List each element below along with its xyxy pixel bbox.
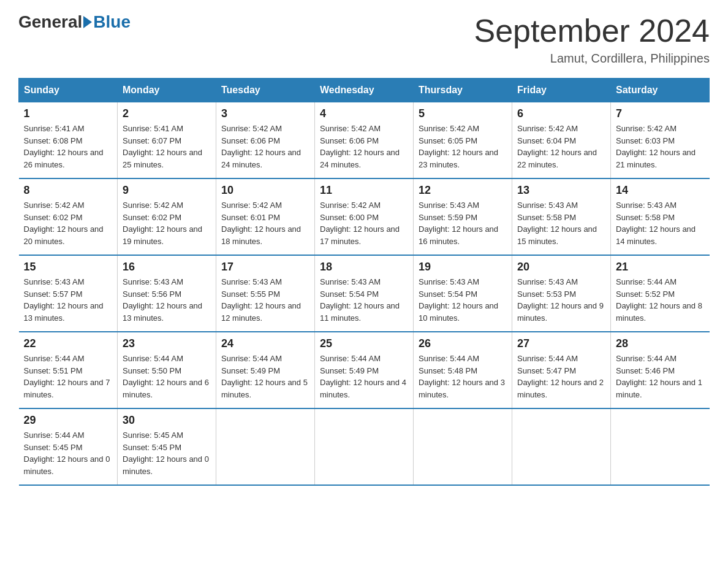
- calendar-cell: [512, 408, 611, 485]
- calendar-cell: 27 Sunrise: 5:44 AMSunset: 5:47 PMDaylig…: [512, 332, 611, 408]
- calendar-cell: [414, 408, 512, 485]
- logo: GeneralBlue: [18, 12, 131, 32]
- day-number: 11: [320, 184, 408, 197]
- calendar-cell: 8 Sunrise: 5:42 AMSunset: 6:02 PMDayligh…: [19, 178, 118, 255]
- logo-blue-text: Blue: [93, 12, 131, 32]
- day-info: Sunrise: 5:44 AMSunset: 5:49 PMDaylight:…: [320, 353, 408, 400]
- day-info: Sunrise: 5:43 AMSunset: 5:59 PMDaylight:…: [419, 199, 507, 247]
- calendar-cell: 28 Sunrise: 5:44 AMSunset: 5:46 PMDaylig…: [611, 332, 710, 408]
- week-row-1: 1 Sunrise: 5:41 AMSunset: 6:08 PMDayligh…: [19, 102, 710, 179]
- calendar-cell: 26 Sunrise: 5:44 AMSunset: 5:48 PMDaylig…: [414, 332, 512, 408]
- day-number: 15: [24, 261, 113, 274]
- day-number: 2: [123, 107, 211, 120]
- week-row-5: 29 Sunrise: 5:44 AMSunset: 5:45 PMDaylig…: [19, 408, 710, 485]
- day-info: Sunrise: 5:42 AMSunset: 6:04 PMDaylight:…: [517, 123, 605, 170]
- day-info: Sunrise: 5:44 AMSunset: 5:47 PMDaylight:…: [517, 353, 605, 400]
- calendar-cell: 2 Sunrise: 5:41 AMSunset: 6:07 PMDayligh…: [118, 102, 216, 179]
- calendar-cell: 17 Sunrise: 5:43 AMSunset: 5:55 PMDaylig…: [216, 255, 315, 332]
- header-saturday: Saturday: [611, 79, 710, 102]
- day-info: Sunrise: 5:42 AMSunset: 6:00 PMDaylight:…: [320, 199, 408, 247]
- day-number: 30: [123, 414, 211, 427]
- day-info: Sunrise: 5:41 AMSunset: 6:08 PMDaylight:…: [24, 123, 113, 170]
- day-info: Sunrise: 5:44 AMSunset: 5:49 PMDaylight:…: [221, 353, 309, 400]
- day-number: 18: [320, 261, 408, 274]
- day-number: 12: [419, 184, 507, 197]
- calendar-cell: 18 Sunrise: 5:43 AMSunset: 5:54 PMDaylig…: [315, 255, 414, 332]
- calendar-cell: 29 Sunrise: 5:44 AMSunset: 5:45 PMDaylig…: [19, 408, 118, 485]
- day-info: Sunrise: 5:42 AMSunset: 6:03 PMDaylight:…: [616, 123, 705, 170]
- title-section: September 2024 Lamut, Cordillera, Philip…: [474, 12, 710, 66]
- calendar-cell: 10 Sunrise: 5:42 AMSunset: 6:01 PMDaylig…: [216, 178, 315, 255]
- calendar-cell: 1 Sunrise: 5:41 AMSunset: 6:08 PMDayligh…: [19, 102, 118, 179]
- day-info: Sunrise: 5:42 AMSunset: 6:01 PMDaylight:…: [221, 199, 309, 247]
- day-info: Sunrise: 5:45 AMSunset: 5:45 PMDaylight:…: [123, 429, 211, 477]
- day-info: Sunrise: 5:43 AMSunset: 5:55 PMDaylight:…: [221, 276, 309, 324]
- day-number: 1: [24, 107, 113, 120]
- day-info: Sunrise: 5:43 AMSunset: 5:58 PMDaylight:…: [517, 199, 605, 247]
- day-number: 7: [616, 107, 705, 120]
- calendar-cell: 30 Sunrise: 5:45 AMSunset: 5:45 PMDaylig…: [118, 408, 216, 485]
- location: Lamut, Cordillera, Philippines: [474, 52, 710, 66]
- calendar-cell: 13 Sunrise: 5:43 AMSunset: 5:58 PMDaylig…: [512, 178, 611, 255]
- week-row-3: 15 Sunrise: 5:43 AMSunset: 5:57 PMDaylig…: [19, 255, 710, 332]
- logo-arrow-icon: [83, 16, 92, 28]
- header-friday: Friday: [512, 79, 611, 102]
- month-title: September 2024: [474, 12, 710, 49]
- calendar-cell: 6 Sunrise: 5:42 AMSunset: 6:04 PMDayligh…: [512, 102, 611, 179]
- day-number: 19: [419, 261, 507, 274]
- header-monday: Monday: [118, 79, 216, 102]
- day-info: Sunrise: 5:43 AMSunset: 5:54 PMDaylight:…: [419, 276, 507, 324]
- week-row-2: 8 Sunrise: 5:42 AMSunset: 6:02 PMDayligh…: [19, 178, 710, 255]
- day-number: 24: [221, 337, 309, 350]
- day-number: 29: [24, 414, 113, 427]
- day-number: 3: [221, 107, 309, 120]
- calendar-cell: 25 Sunrise: 5:44 AMSunset: 5:49 PMDaylig…: [315, 332, 414, 408]
- day-info: Sunrise: 5:43 AMSunset: 5:53 PMDaylight:…: [517, 276, 605, 324]
- calendar-cell: 19 Sunrise: 5:43 AMSunset: 5:54 PMDaylig…: [414, 255, 512, 332]
- day-number: 9: [123, 184, 211, 197]
- page-header: GeneralBlue September 2024 Lamut, Cordil…: [18, 12, 710, 66]
- day-number: 16: [123, 261, 211, 274]
- header-tuesday: Tuesday: [216, 79, 315, 102]
- day-info: Sunrise: 5:42 AMSunset: 6:05 PMDaylight:…: [419, 123, 507, 170]
- day-info: Sunrise: 5:43 AMSunset: 5:56 PMDaylight:…: [123, 276, 211, 324]
- calendar-cell: 15 Sunrise: 5:43 AMSunset: 5:57 PMDaylig…: [19, 255, 118, 332]
- calendar-table: Sunday Monday Tuesday Wednesday Thursday…: [18, 78, 710, 486]
- calendar-cell: 12 Sunrise: 5:43 AMSunset: 5:59 PMDaylig…: [414, 178, 512, 255]
- day-number: 4: [320, 107, 408, 120]
- day-number: 26: [419, 337, 507, 350]
- calendar-cell: [315, 408, 414, 485]
- day-number: 8: [24, 184, 113, 197]
- calendar-cell: 3 Sunrise: 5:42 AMSunset: 6:06 PMDayligh…: [216, 102, 315, 179]
- day-info: Sunrise: 5:42 AMSunset: 6:06 PMDaylight:…: [221, 123, 309, 170]
- header-row: Sunday Monday Tuesday Wednesday Thursday…: [19, 79, 710, 102]
- calendar-cell: 24 Sunrise: 5:44 AMSunset: 5:49 PMDaylig…: [216, 332, 315, 408]
- day-number: 14: [616, 184, 705, 197]
- day-number: 5: [419, 107, 507, 120]
- calendar-cell: 4 Sunrise: 5:42 AMSunset: 6:06 PMDayligh…: [315, 102, 414, 179]
- calendar-cell: 16 Sunrise: 5:43 AMSunset: 5:56 PMDaylig…: [118, 255, 216, 332]
- day-info: Sunrise: 5:44 AMSunset: 5:52 PMDaylight:…: [616, 276, 705, 324]
- calendar-cell: [216, 408, 315, 485]
- day-number: 28: [616, 337, 705, 350]
- calendar-cell: [611, 408, 710, 485]
- calendar-cell: 9 Sunrise: 5:42 AMSunset: 6:02 PMDayligh…: [118, 178, 216, 255]
- header-thursday: Thursday: [414, 79, 512, 102]
- day-info: Sunrise: 5:43 AMSunset: 5:58 PMDaylight:…: [616, 199, 705, 247]
- calendar-cell: 22 Sunrise: 5:44 AMSunset: 5:51 PMDaylig…: [19, 332, 118, 408]
- day-number: 17: [221, 261, 309, 274]
- calendar-cell: 20 Sunrise: 5:43 AMSunset: 5:53 PMDaylig…: [512, 255, 611, 332]
- day-info: Sunrise: 5:43 AMSunset: 5:57 PMDaylight:…: [24, 276, 113, 324]
- day-number: 27: [517, 337, 605, 350]
- week-row-4: 22 Sunrise: 5:44 AMSunset: 5:51 PMDaylig…: [19, 332, 710, 408]
- day-number: 6: [517, 107, 605, 120]
- day-info: Sunrise: 5:44 AMSunset: 5:51 PMDaylight:…: [24, 353, 113, 400]
- day-info: Sunrise: 5:43 AMSunset: 5:54 PMDaylight:…: [320, 276, 408, 324]
- day-info: Sunrise: 5:44 AMSunset: 5:48 PMDaylight:…: [419, 353, 507, 400]
- calendar-cell: 7 Sunrise: 5:42 AMSunset: 6:03 PMDayligh…: [611, 102, 710, 179]
- day-number: 10: [221, 184, 309, 197]
- day-info: Sunrise: 5:42 AMSunset: 6:02 PMDaylight:…: [123, 199, 211, 247]
- day-info: Sunrise: 5:44 AMSunset: 5:46 PMDaylight:…: [616, 353, 705, 400]
- calendar-cell: 11 Sunrise: 5:42 AMSunset: 6:00 PMDaylig…: [315, 178, 414, 255]
- day-number: 22: [24, 337, 113, 350]
